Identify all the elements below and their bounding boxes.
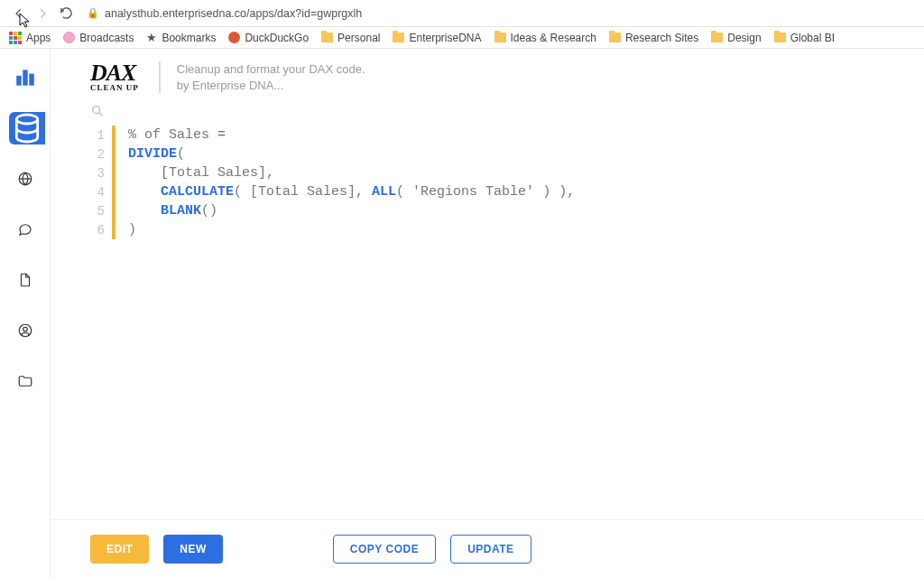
- code-line: 4 CALCULATE( [Total Sales], ALL( 'Region…: [90, 182, 884, 201]
- line-number: 6: [90, 220, 105, 239]
- bookmarks-bar: AppsBroadcasts★BookmarksDuckDuckGoPerson…: [0, 27, 924, 49]
- svg-point-7: [93, 107, 100, 114]
- bookmark-item[interactable]: Research Sites: [609, 32, 698, 44]
- svg-rect-0: [16, 76, 21, 86]
- code-editor[interactable]: 1% of Sales =2DIVIDE(3 [Total Sales],4 C…: [51, 126, 924, 519]
- line-number: 2: [90, 144, 105, 163]
- line-number: 3: [90, 163, 105, 182]
- star-icon: ★: [146, 31, 157, 44]
- tagline: Cleanup and format your DAX code. by Ent…: [159, 61, 365, 93]
- bookmark-item[interactable]: Broadcasts: [63, 32, 134, 44]
- edit-button[interactable]: EDIT: [90, 535, 149, 564]
- code-content: BLANK(): [128, 201, 217, 220]
- sidebar-item-folder[interactable]: [9, 365, 42, 397]
- main-content: DAX CLEAN UP Cleanup and format your DAX…: [51, 49, 924, 578]
- bookmark-item[interactable]: Design: [711, 32, 761, 44]
- code-line: 5 BLANK(): [90, 201, 884, 220]
- code-line: 1% of Sales =: [90, 126, 884, 144]
- bookmark-label: DuckDuckGo: [245, 32, 309, 44]
- folder-icon: [609, 33, 621, 42]
- code-content: [Total Sales],: [128, 163, 274, 182]
- bookmark-label: Bookmarks: [162, 32, 216, 44]
- lock-icon: 🔒: [87, 7, 99, 19]
- sidebar: [0, 49, 51, 578]
- bookmark-label: Global BI: [790, 32, 835, 44]
- address-bar[interactable]: 🔒 analysthub.enterprisedna.co/apps/dax?i…: [87, 7, 915, 20]
- folder-icon: [393, 33, 404, 42]
- bookmark-label: EnterpriseDNA: [409, 32, 481, 44]
- bookmark-item[interactable]: EnterpriseDNA: [393, 32, 481, 44]
- sidebar-item-data[interactable]: [9, 112, 45, 144]
- bookmark-label: Design: [727, 32, 761, 44]
- pink-icon: [63, 32, 75, 43]
- search-row: [51, 98, 924, 126]
- svg-point-3: [16, 115, 37, 124]
- line-number: 4: [90, 182, 105, 201]
- gutter-bar: [112, 182, 116, 201]
- sidebar-item-account[interactable]: [9, 314, 42, 347]
- svg-point-6: [23, 327, 27, 331]
- footer-actions: EDIT NEW COPY CODE UPDATE: [51, 519, 924, 578]
- folder-icon: [711, 33, 723, 42]
- svg-rect-1: [23, 70, 27, 85]
- bookmark-label: Broadcasts: [79, 32, 134, 44]
- line-number: 1: [90, 126, 105, 144]
- browser-toolbar: 🔒 analysthub.enterprisedna.co/apps/dax?i…: [0, 0, 924, 27]
- sidebar-item-chat[interactable]: [9, 213, 42, 246]
- sidebar-item-globe[interactable]: [9, 163, 42, 195]
- new-button[interactable]: NEW: [163, 535, 223, 564]
- bookmark-item[interactable]: ★Bookmarks: [146, 31, 216, 44]
- brand-subtitle: CLEAN UP: [90, 83, 139, 92]
- gutter-bar: [112, 144, 116, 163]
- url-text: analysthub.enterprisedna.co/apps/dax?id=…: [105, 7, 362, 20]
- gutter-bar: [112, 126, 116, 144]
- back-button[interactable]: [9, 4, 29, 23]
- reload-button[interactable]: [56, 4, 76, 23]
- bookmark-item[interactable]: Ideas & Research: [494, 32, 596, 44]
- bookmark-label: Personal: [337, 32, 380, 44]
- duck-icon: [228, 32, 240, 43]
- bookmark-label: Ideas & Research: [511, 32, 596, 44]
- bookmark-item[interactable]: Apps: [9, 32, 51, 44]
- code-content: ): [128, 220, 136, 239]
- copy-code-button[interactable]: COPY CODE: [333, 535, 436, 564]
- code-content: % of Sales =: [128, 126, 226, 144]
- svg-rect-2: [29, 74, 33, 86]
- code-content: DIVIDE(: [128, 144, 185, 163]
- gutter-bar: [112, 163, 116, 182]
- gutter-bar: [112, 220, 116, 239]
- code-line: 6): [90, 220, 884, 239]
- bookmark-label: Research Sites: [625, 32, 698, 44]
- brand-title: DAX: [90, 63, 139, 83]
- bookmark-label: Apps: [26, 32, 51, 44]
- tagline-line-2: by Enterprise DNA...: [177, 78, 365, 94]
- sidebar-item-document[interactable]: [9, 264, 42, 296]
- update-button[interactable]: UPDATE: [450, 535, 531, 564]
- svg-line-8: [99, 113, 103, 117]
- code-content: CALCULATE( [Total Sales], ALL( 'Regions …: [128, 182, 575, 201]
- line-number: 5: [90, 201, 105, 220]
- folder-icon: [321, 33, 333, 42]
- bookmark-item[interactable]: Personal: [321, 32, 380, 44]
- app-header: DAX CLEAN UP Cleanup and format your DAX…: [51, 49, 924, 98]
- app-brand: DAX CLEAN UP: [90, 63, 139, 92]
- code-line: 2DIVIDE(: [90, 144, 884, 163]
- gutter-bar: [112, 201, 116, 220]
- folder-icon: [494, 33, 506, 42]
- search-icon[interactable]: [90, 106, 105, 121]
- folder-icon: [774, 33, 786, 42]
- forward-button[interactable]: [32, 4, 52, 23]
- code-line: 3 [Total Sales],: [90, 163, 884, 182]
- brand-logo-icon[interactable]: [9, 61, 42, 94]
- tagline-line-1: Cleanup and format your DAX code.: [177, 61, 365, 78]
- bookmark-item[interactable]: Global BI: [774, 32, 835, 44]
- apps-icon: [9, 32, 22, 44]
- bookmark-item[interactable]: DuckDuckGo: [228, 32, 309, 44]
